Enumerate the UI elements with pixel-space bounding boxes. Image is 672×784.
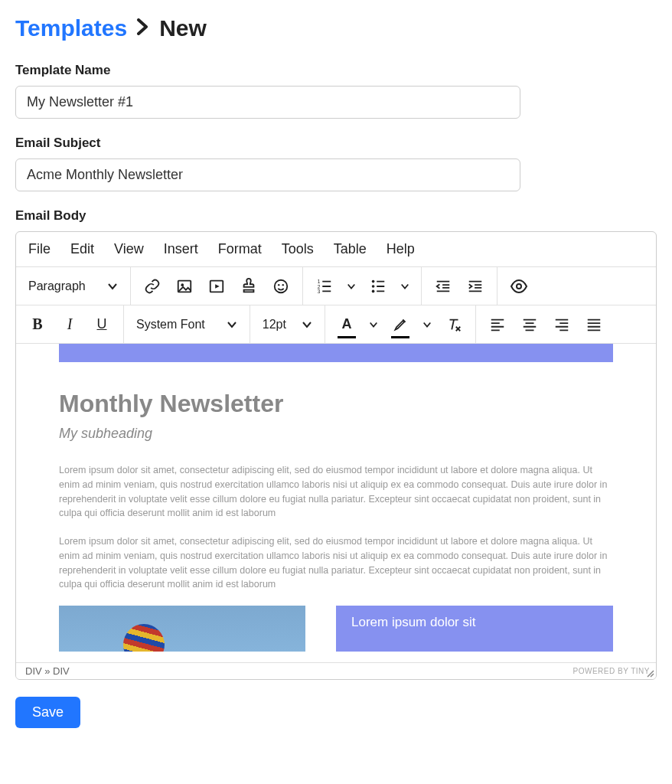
balloon-icon <box>123 624 165 652</box>
template-name-label: Template Name <box>15 63 657 78</box>
svg-point-9 <box>371 279 374 283</box>
text-color-menu[interactable] <box>368 314 379 335</box>
svg-point-5 <box>282 283 283 285</box>
menu-format[interactable]: Format <box>218 241 262 257</box>
template-name-input[interactable] <box>15 86 520 119</box>
newsletter-callout: Lorem ipsum dolor sit <box>336 606 613 652</box>
clear-formatting-icon[interactable] <box>443 314 465 335</box>
align-center-icon[interactable] <box>519 314 540 335</box>
svg-point-10 <box>371 285 374 288</box>
numbered-list-menu[interactable] <box>346 276 357 297</box>
chevron-down-icon <box>227 319 237 330</box>
breadcrumb-separator-icon <box>136 17 150 41</box>
newsletter-columns: Lorem ipsum dolor sit <box>59 606 613 652</box>
link-icon[interactable] <box>142 276 163 297</box>
font-family-label: System Font <box>136 318 205 332</box>
editor-menubar: File Edit View Insert Format Tools Table… <box>16 232 656 267</box>
block-format-label: Paragraph <box>28 279 86 293</box>
menu-tools[interactable]: Tools <box>282 241 314 257</box>
breadcrumb-current: New <box>159 15 207 41</box>
stamp-icon[interactable] <box>238 276 259 297</box>
svg-text:3: 3 <box>318 289 321 294</box>
newsletter-paragraph: Lorem ipsum dolor sit amet, consectetur … <box>59 534 613 592</box>
newsletter-image-placeholder <box>59 606 305 652</box>
save-button[interactable]: Save <box>15 697 80 728</box>
element-path[interactable]: DIV » DIV <box>25 665 70 677</box>
numbered-list-icon[interactable]: 123 <box>314 276 335 297</box>
emoji-icon[interactable] <box>270 276 292 297</box>
bullet-list-icon[interactable] <box>367 276 389 297</box>
bullet-list-menu[interactable] <box>400 276 410 297</box>
email-subject-label: Email Subject <box>15 136 657 151</box>
newsletter-header-bar <box>59 344 613 362</box>
toolbar-row-1: Paragraph 123 <box>16 267 656 305</box>
toolbar-row-2: B I U System Font 12pt A <box>16 305 656 344</box>
breadcrumb-root-link[interactable]: Templates <box>15 15 127 41</box>
font-family-select[interactable]: System Font <box>135 318 239 332</box>
align-right-icon[interactable] <box>551 314 573 335</box>
newsletter-subheading: My subheading <box>59 426 613 442</box>
media-icon[interactable] <box>206 276 227 297</box>
svg-point-1 <box>181 283 184 286</box>
italic-button[interactable]: I <box>59 314 80 335</box>
email-body-label: Email Body <box>15 208 657 224</box>
block-format-select[interactable]: Paragraph <box>27 279 119 293</box>
chevron-down-icon <box>107 281 118 292</box>
menu-file[interactable]: File <box>28 241 51 257</box>
resize-handle-icon[interactable] <box>645 668 654 678</box>
breadcrumb: Templates New <box>15 15 657 41</box>
svg-point-11 <box>371 289 374 292</box>
align-left-icon[interactable] <box>487 314 508 335</box>
text-color-button[interactable]: A <box>336 314 357 335</box>
callout-text: Lorem ipsum dolor sit <box>351 615 476 629</box>
outdent-icon[interactable] <box>432 276 454 297</box>
image-icon[interactable] <box>174 276 195 297</box>
newsletter-paragraph: Lorem ipsum dolor sit amet, consectetur … <box>59 463 613 521</box>
chevron-down-icon <box>302 319 312 330</box>
underline-button[interactable]: U <box>91 314 113 335</box>
highlight-color-button[interactable] <box>390 314 411 335</box>
menu-insert[interactable]: Insert <box>164 241 198 257</box>
font-size-label: 12pt <box>263 318 286 332</box>
email-subject-input[interactable] <box>15 158 520 191</box>
indent-icon[interactable] <box>465 276 486 297</box>
editor-statusbar: DIV » DIV POWERED BY TINY <box>16 662 656 679</box>
menu-help[interactable]: Help <box>387 241 415 257</box>
menu-table[interactable]: Table <box>334 241 367 257</box>
bold-button[interactable]: B <box>27 314 48 335</box>
menu-edit[interactable]: Edit <box>70 241 94 257</box>
newsletter-title: Monthly Newsletter <box>59 390 613 418</box>
align-justify-icon[interactable] <box>583 314 605 335</box>
rich-text-editor: File Edit View Insert Format Tools Table… <box>15 231 657 680</box>
menu-view[interactable]: View <box>114 241 144 257</box>
font-size-select[interactable]: 12pt <box>261 318 314 332</box>
svg-point-3 <box>274 279 287 292</box>
highlight-color-menu[interactable] <box>422 314 432 335</box>
editor-content-area[interactable]: Monthly Newsletter My subheading Lorem i… <box>16 344 656 662</box>
svg-point-4 <box>278 283 279 285</box>
editor-branding: POWERED BY TINY <box>573 667 650 675</box>
svg-point-12 <box>517 284 521 289</box>
preview-icon[interactable] <box>508 276 530 297</box>
